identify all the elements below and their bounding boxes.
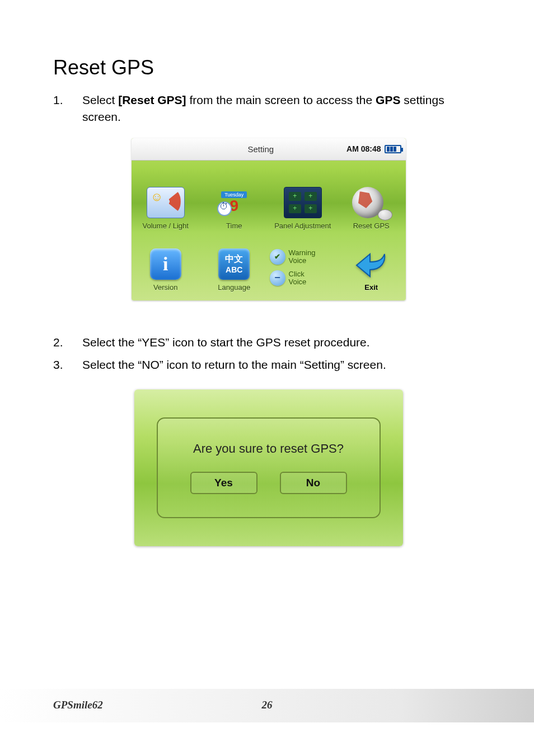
clock-icon [217, 201, 232, 216]
tile-reset-gps-label: Reset GPS [353, 222, 390, 230]
info-icon [150, 248, 181, 280]
settings-screen: Setting AM 08:48 Volume / Light Tuesday … [132, 138, 406, 300]
top-bar: Setting AM 08:48 [132, 138, 406, 161]
page-footer: GPSmile62 26 [0, 699, 534, 711]
confirm-screen: Are you sure to reset GPS? Yes No [134, 389, 403, 546]
tile-panel-adjustment[interactable]: Panel Adjustment [269, 164, 338, 237]
voice-toggles: Warning Voice Click Voice [269, 237, 338, 298]
confirm-dialog: Are you sure to reset GPS? Yes No [157, 417, 381, 518]
step-2-text: Select the “YES” icon to start the GPS r… [82, 334, 484, 351]
product-name: GPSmile62 [53, 699, 103, 711]
click-voice-toggle[interactable]: Click Voice [270, 270, 336, 286]
tile-language-label: Language [218, 283, 250, 292]
screen-title: Setting [175, 144, 347, 154]
back-arrow-icon [354, 251, 388, 280]
minus-icon [270, 270, 285, 286]
step-3-number: 3. [53, 356, 82, 373]
tile-panel-adjustment-label: Panel Adjustment [274, 222, 331, 230]
tile-exit[interactable]: Exit [337, 237, 406, 298]
language-icon: 中文 ABC [218, 248, 250, 280]
volume-light-icon [147, 187, 185, 218]
step-2-number: 2. [53, 334, 82, 351]
warning-voice-label: Warning Voice [289, 249, 316, 264]
tile-time[interactable]: Tuesday 9 Time [200, 164, 269, 237]
clock-text: AM 08:48 [346, 144, 381, 153]
tile-volume-light-label: Volume / Light [143, 222, 189, 230]
page-heading: Reset GPS [53, 56, 484, 79]
tile-reset-gps[interactable]: Reset GPS [337, 164, 406, 237]
step-3: 3. Select the “NO” icon to return to the… [53, 356, 484, 373]
tile-version-label: Version [153, 283, 177, 292]
click-voice-label: Click Voice [289, 270, 307, 285]
battery-icon [385, 145, 401, 153]
yes-button[interactable]: Yes [190, 472, 257, 494]
confirm-question: Are you sure to reset GPS? [193, 442, 344, 456]
step-1: 1. Select [Reset GPS] from the main scre… [53, 92, 484, 126]
tile-language[interactable]: 中文 ABC Language [200, 237, 269, 298]
step-3-text: Select the “NO” icon to return to the ma… [82, 356, 484, 373]
tile-version[interactable]: Version [132, 237, 200, 298]
check-icon [270, 249, 285, 265]
panel-adjustment-icon [284, 187, 322, 218]
step-1-number: 1. [53, 92, 82, 126]
time-icon: Tuesday 9 [215, 187, 253, 218]
step-2: 2. Select the “YES” icon to start the GP… [53, 334, 484, 351]
tile-time-label: Time [226, 222, 242, 230]
warning-voice-toggle[interactable]: Warning Voice [270, 249, 336, 265]
step-1-text: Select [Reset GPS] from the main screen … [82, 92, 484, 126]
tile-volume-light[interactable]: Volume / Light [132, 164, 200, 237]
tile-exit-label: Exit [364, 283, 378, 292]
no-button[interactable]: No [280, 472, 347, 494]
reset-gps-icon [352, 187, 390, 218]
page-number: 26 [262, 699, 273, 711]
